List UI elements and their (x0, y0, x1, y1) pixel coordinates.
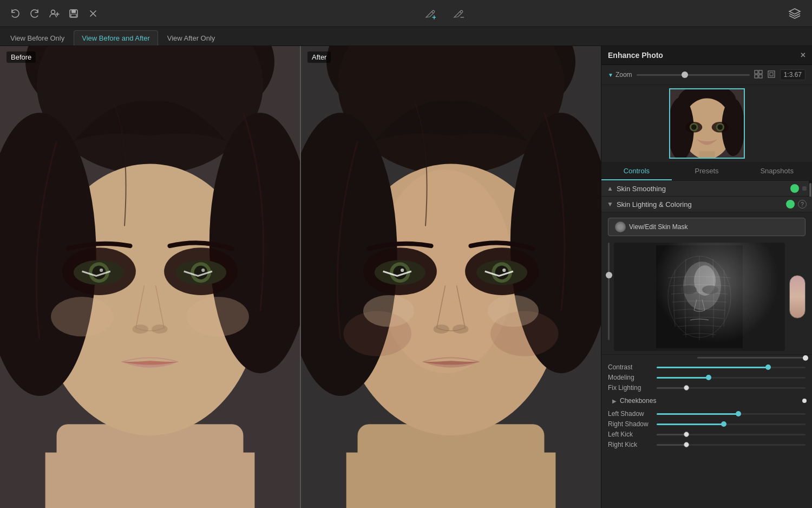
bottom-slider-thumb (803, 355, 808, 361)
main-content: Before (0, 46, 812, 508)
after-image (301, 46, 601, 508)
image-area: Before (0, 46, 601, 508)
left-kick-thumb (684, 432, 689, 437)
tab-view-before-and-after[interactable]: View Before and After (74, 30, 158, 45)
svg-point-44 (502, 269, 506, 272)
left-kick-row: Left Kick (601, 431, 812, 438)
svg-rect-68 (699, 151, 715, 158)
zoom-fit-icon[interactable] (754, 70, 763, 80)
left-shadow-slider[interactable] (657, 413, 806, 415)
scrollbar[interactable] (809, 181, 812, 196)
tab-presets[interactable]: Presets (672, 162, 742, 180)
tab-controls[interactable]: Controls (601, 162, 672, 180)
right-panel-title: Enhance Photo (608, 51, 663, 60)
skin-lighting-section-header[interactable]: ▼ Skin Lighting & Coloring ? (601, 197, 812, 212)
zoom-slider[interactable] (637, 74, 750, 76)
fix-lighting-thumb (684, 385, 689, 390)
fix-lighting-label: Fix Lighting (608, 384, 657, 392)
svg-point-22 (133, 324, 148, 334)
svg-point-42 (495, 266, 509, 279)
svg-point-0 (51, 10, 55, 14)
svg-point-25 (187, 297, 249, 336)
contrast-thumb (765, 364, 771, 370)
modeling-slider[interactable] (657, 377, 806, 379)
color-swatch[interactable] (789, 275, 806, 318)
skin-lighting-power[interactable] (786, 200, 795, 209)
right-shadow-slider[interactable] (657, 424, 806, 425)
undo-button[interactable] (6, 5, 24, 22)
skin-smoothing-power[interactable] (790, 184, 799, 193)
before-image (0, 46, 300, 508)
left-kick-label: Left Kick (608, 431, 657, 438)
skin-smoothing-section[interactable]: ▲ Skin Smoothing (601, 181, 812, 197)
svg-point-49 (363, 295, 414, 327)
save-button[interactable] (65, 5, 82, 22)
light-indicator (614, 243, 785, 351)
svg-rect-53 (755, 75, 758, 78)
svg-rect-56 (770, 73, 773, 76)
left-shadow-thumb (736, 411, 741, 416)
svg-point-67 (717, 125, 723, 130)
tab-view-after-only[interactable]: View After Only (159, 30, 224, 45)
svg-point-50 (488, 295, 539, 327)
skin-mask-label: View/Edit Skin Mask (629, 223, 688, 231)
vertical-light-slider[interactable] (608, 243, 610, 351)
v-slider-track (608, 243, 610, 340)
redo-button[interactable] (26, 5, 43, 22)
pen-plus-icon[interactable] (421, 5, 438, 22)
view-tabs-bar: View Before Only View Before and After V… (0, 27, 812, 46)
skin-smoothing-title: Skin Smoothing (617, 185, 790, 193)
modeling-label: Modeling (608, 374, 657, 381)
skin-lighting-title: Skin Lighting & Coloring (617, 200, 786, 209)
zoom-chevron[interactable]: ▼ Zoom (608, 71, 632, 79)
skin-mask-button[interactable]: View/Edit Skin Mask (608, 218, 806, 236)
svg-point-45 (434, 324, 449, 334)
contrast-slider[interactable] (657, 367, 806, 368)
fix-lighting-slider[interactable] (657, 387, 806, 389)
svg-point-18 (92, 266, 106, 279)
svg-rect-54 (759, 75, 762, 78)
cheekbones-label: Cheekbones (620, 397, 802, 405)
svg-point-43 (401, 269, 404, 272)
left-kick-slider[interactable] (657, 434, 806, 435)
cheekbones-thumb (802, 399, 807, 403)
right-panel-close-icon[interactable]: × (801, 50, 806, 60)
svg-rect-3 (71, 14, 76, 17)
right-kick-slider[interactable] (657, 444, 806, 446)
svg-rect-55 (768, 71, 775, 77)
after-label: After (307, 51, 331, 63)
zoom-actual-icon[interactable] (767, 70, 776, 80)
right-panel-header: Enhance Photo × (601, 46, 812, 65)
skin-smoothing-chevron: ▲ (607, 185, 613, 192)
svg-point-24 (51, 297, 113, 336)
left-shadow-row: Left Shadow (601, 410, 812, 418)
tab-view-before-only[interactable]: View Before Only (2, 30, 73, 45)
layers-button[interactable] (786, 5, 803, 22)
svg-point-66 (691, 125, 696, 130)
svg-point-21 (201, 269, 205, 272)
modeling-thumb (706, 375, 711, 380)
svg-point-41 (393, 266, 407, 279)
bottom-slider[interactable] (697, 357, 806, 359)
skin-lighting-help[interactable]: ? (798, 200, 807, 209)
right-kick-label: Right Kick (608, 441, 657, 448)
svg-point-20 (100, 269, 103, 272)
thumbnail-image (670, 89, 744, 158)
v-slider-thumb (606, 272, 612, 278)
add-person-button[interactable] (45, 5, 63, 22)
cheekbones-section[interactable]: ▶ Cheekbones (601, 394, 812, 407)
fix-lighting-row: Fix Lighting (601, 384, 812, 392)
tab-snapshots[interactable]: Snapshots (742, 162, 812, 180)
toolbar (0, 0, 812, 27)
face-model-area (601, 239, 812, 355)
face-3d-model[interactable] (614, 243, 785, 351)
contrast-label: Contrast (608, 363, 657, 371)
close-action-button[interactable] (84, 5, 102, 22)
svg-point-23 (152, 324, 167, 334)
svg-rect-2 (71, 10, 76, 13)
pen-minus-icon[interactable] (449, 5, 467, 22)
right-panel: Enhance Photo × ▼ Zoom (601, 46, 812, 508)
right-kick-thumb (684, 442, 689, 447)
zoom-row: ▼ Zoom 1:3.67 (601, 65, 812, 85)
thumbnail (669, 88, 745, 159)
